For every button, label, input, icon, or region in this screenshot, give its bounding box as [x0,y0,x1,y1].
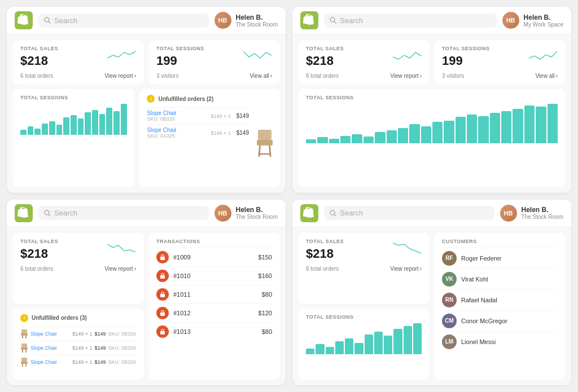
bar [63,117,69,135]
stat-footer-sessions-2: 3 visitors View all › [442,73,558,79]
orders-header-1: ! Unfulfilled orders (2) [147,95,280,103]
mini-chart-sales-1 [107,47,138,65]
search-box-2[interactable]: Search [324,14,497,28]
stat-link-sales-4[interactable]: View report › [390,266,422,272]
search-box-3[interactable]: Search [38,206,209,220]
stat-link-sessions-2[interactable]: View all › [535,73,558,79]
panel-1-content: TOTAL SALES $218 6 total orders View rep… [7,34,286,193]
order-price-1-1: $149 [237,130,249,136]
bar [409,124,419,143]
stat-link-sales-2[interactable]: View report › [390,73,422,79]
avatar-4: HB [500,205,517,222]
cust-row-4-2: RN Rafael Nadal [442,289,558,310]
bar [513,109,523,143]
svg-rect-23 [21,362,28,364]
svg-rect-14 [21,329,27,333]
bar [536,107,546,143]
bar [121,104,127,135]
bar [404,326,412,354]
bar [364,136,374,143]
chart-card-2: TOTAL SESSIONS [298,89,566,187]
search-box-4[interactable]: Search [324,206,494,220]
search-icon-2 [330,17,336,24]
bar-chart-2 [306,104,558,143]
bar [501,111,511,143]
trans-row-3-0: #1009 $150 [156,248,272,266]
trans-id-3-1: #1010 [173,272,254,279]
search-placeholder-4: Search [340,209,363,217]
trans-icon-3-1 [156,270,169,282]
avatar-2: HB [502,12,519,29]
topbar-3: Search HB Helen B. The Stock Room [7,200,286,227]
trans-icon-3-0 [156,251,169,263]
chair-image-area-1 [249,107,280,182]
svg-line-13 [49,214,51,216]
order-name-3-0[interactable]: Slope Chair [30,331,70,337]
bar [85,112,91,135]
svg-rect-21 [25,350,27,353]
bar [329,139,339,143]
stat-card-sessions-2: TOTAL SESSIONS 199 3 visitors View all › [434,40,566,85]
svg-rect-26 [160,257,165,260]
stat-link-sessions-1[interactable]: View all › [249,73,272,79]
trans-amount-3-1: $160 [259,272,272,279]
chair-icon-3-0 [20,329,28,339]
stat-card-sales-3: TOTAL SALES $218 6 total orders View rep… [12,233,144,304]
search-box-1[interactable]: Search [38,14,209,28]
trans-row-3-4: #1013 $80 [156,322,272,341]
bar [524,105,535,143]
stat-sub-sales-4: 6 total orders [306,266,339,272]
user-store-4: The Stock Room [522,214,563,220]
left-col-3: TOTAL SALES $218 6 total orders View rep… [12,233,144,380]
lock-icon-3-4 [159,328,166,335]
search-placeholder-1: Search [54,16,77,25]
user-name-2: Helen B. [524,14,563,21]
bar [413,323,422,354]
panel-2: Search HB Helen B. My Work Space TOTAL S… [292,7,571,193]
svg-rect-5 [258,146,261,157]
bar [78,118,84,135]
bar [106,108,112,135]
lock-icon-3-1 [159,272,166,279]
trans-amount-3-4: $80 [262,328,272,335]
trans-icon-3-4 [156,325,169,338]
bar [28,126,34,135]
svg-rect-29 [160,312,165,316]
stat-link-sales-3[interactable]: View report › [104,266,136,272]
stat-link-sales-1[interactable]: View report › [104,73,136,79]
bar [387,130,397,143]
cust-row-4-4: LM Lionel Messi [442,331,558,352]
bar [92,110,98,135]
bar [71,115,77,135]
panel-1: Search HB Helen B. The Stock Room TOTAL … [7,7,286,193]
cust-name-4-0: Roger Federer [461,255,502,262]
user-name-3: Helen B. [236,206,278,214]
order-name-3-2[interactable]: Slope Chair [30,359,70,365]
shopify-logo-3 [15,204,33,222]
stat-footer-sales-3: 6 total orders View report › [20,266,136,272]
cust-avatar-4-1: VK [442,272,457,287]
stats-row-1: TOTAL SALES $218 6 total orders View rep… [12,40,280,85]
order-name-3-1[interactable]: Slope Chair [30,345,70,351]
chair-icon-3-2 [20,357,28,367]
bar [34,129,41,135]
order-name-1-0[interactable]: Slope Chair [147,110,207,116]
order-row-3-1: Slope Chair $149 × 1 $149 SKU: 0B326 [20,341,136,355]
cust-avatar-4-0: RF [442,251,457,266]
stat-footer-sessions-1: 3 visitors View all › [156,73,272,79]
orders-title-1: Unfulfilled orders (2) [158,96,213,102]
svg-rect-20 [22,350,23,353]
bar [374,332,383,354]
stat-footer-sales-4: 6 total orders View report › [306,266,422,272]
order-name-1-1[interactable]: Slope Chair [147,127,207,133]
svg-rect-27 [160,275,165,279]
chevron-right-icon: › [134,73,136,79]
bar [306,139,316,143]
user-store-2: My Work Space [524,21,563,28]
mini-chart-sales-3 [107,240,138,258]
bar [345,338,353,354]
svg-rect-15 [21,333,28,336]
chevron-right-icon-2: › [270,73,272,79]
svg-rect-4 [257,140,273,146]
cust-avatar-4-3: CM [442,314,457,328]
